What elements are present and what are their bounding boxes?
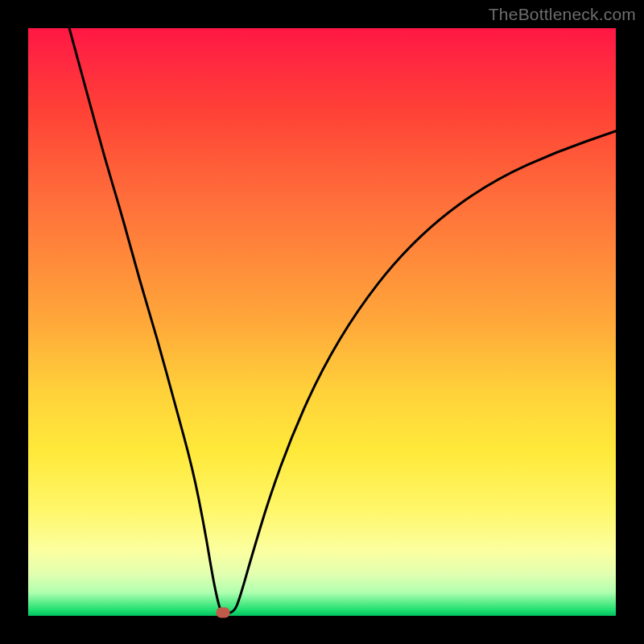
optimal-point-marker <box>217 607 230 617</box>
bottleneck-curve <box>69 28 616 613</box>
watermark-text: TheBottleneck.com <box>489 5 636 24</box>
chart-frame: TheBottleneck.com <box>0 0 644 644</box>
chart-svg <box>28 28 616 616</box>
